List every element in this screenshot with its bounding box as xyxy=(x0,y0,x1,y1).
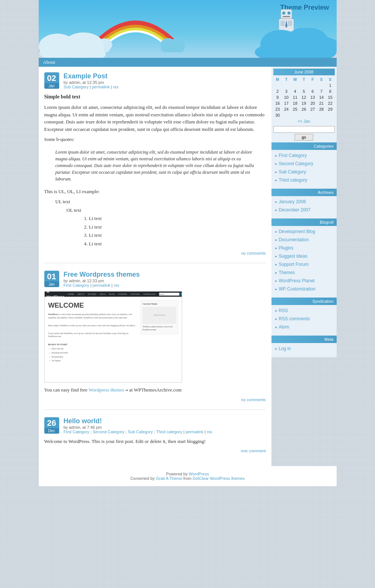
blogroll-plugins[interactable]: Plugins xyxy=(279,245,293,251)
list-item: Li text xyxy=(89,223,266,231)
post-cat-3d[interactable]: Third category xyxy=(156,430,182,434)
blogroll-dev[interactable]: Development Blog xyxy=(279,229,315,234)
post-header-2: Free Wordpress themes by admin, at 12:33… xyxy=(64,271,140,287)
bullet-icon: • xyxy=(275,278,277,284)
archive-link-jan[interactable]: January 2008 xyxy=(279,199,306,204)
list-item: • Third category xyxy=(275,177,333,184)
blogroll-wp-planet[interactable]: WordPress Planet xyxy=(279,278,315,283)
site-header: Theme Preview xyxy=(39,0,337,58)
bullet-icon: • xyxy=(275,169,277,176)
post-blockquote-1: Lorem ipsum dolor sit amet, consectetur … xyxy=(52,147,258,184)
list-item: • December 2007 xyxy=(275,207,333,214)
post-cat-3b[interactable]: Second Category xyxy=(93,430,124,434)
footer-converted: Converted by Grab A Theme from DotClear … xyxy=(44,476,331,481)
post-content-1: Simple bold text Lorem ipsum dolor sit a… xyxy=(44,93,266,247)
bullet-icon: • xyxy=(275,237,277,243)
syndication-rss-comments[interactable]: RSS comments xyxy=(279,316,309,321)
post-cat-link-1[interactable]: Sub Category xyxy=(64,85,89,89)
post-meta-2: by admin, at 12:33 pm First Category | p… xyxy=(64,279,140,287)
post-wp-themes: 01 Jan Free Wordpress themes by admin, a… xyxy=(44,271,266,402)
cal-prev-link[interactable]: << Jan xyxy=(273,118,335,124)
category-link-first[interactable]: First Category xyxy=(279,153,306,158)
svg-rect-6 xyxy=(281,9,292,19)
list-item: • Second Category xyxy=(275,161,333,168)
list-item: • First Category xyxy=(275,153,333,160)
post-day-2: 01 xyxy=(44,271,59,282)
wp-themes-footer-link[interactable]: WordPress themes xyxy=(210,476,245,481)
bullet-icon: • xyxy=(275,346,277,352)
categories-content: • First Category • Second Category • Sub… xyxy=(271,150,337,189)
post-title-2[interactable]: Free Wordpress themes xyxy=(64,271,140,278)
bullet-icon: • xyxy=(275,229,277,235)
post-cat-3a[interactable]: First Category xyxy=(64,430,89,434)
category-link-third[interactable]: Third category xyxy=(279,177,307,183)
list-item: • January 2008 xyxy=(275,199,333,206)
blogroll-suggest[interactable]: Suggest Ideas xyxy=(279,254,307,259)
post-title-3[interactable]: Hello world! xyxy=(64,417,102,425)
post-meta-1: by admin, at 12:35 pm Sub Category | per… xyxy=(64,80,119,89)
post-comments-link-3[interactable]: one comment xyxy=(241,449,266,453)
post-day-3: 26 xyxy=(44,417,59,428)
ul-item: UL text xyxy=(55,198,266,205)
archive-link-dec[interactable]: December 2007 xyxy=(279,207,310,213)
syndication-content: • RSS • RSS comments • Atom xyxy=(271,305,337,336)
meta-content: • Log in xyxy=(271,343,337,357)
main-layout: 02 Jan Example Post by admin, at 12:35 p… xyxy=(39,67,337,466)
post-cat-3c[interactable]: Sub Category xyxy=(128,430,153,434)
list-item: • Atom xyxy=(275,324,333,331)
site-footer: Powered by WordPress Converted by Grab A… xyxy=(39,466,337,486)
dotclear-link[interactable]: DotClear xyxy=(193,476,209,481)
post-permalink-1[interactable]: permalink xyxy=(92,85,110,89)
category-link-second[interactable]: Second Category xyxy=(279,161,313,166)
blogroll-docs[interactable]: Documentation xyxy=(279,237,309,242)
post-comments-link-2[interactable]: no comments xyxy=(241,397,266,402)
post-example: 02 Jan Example Post by admin, at 12:35 p… xyxy=(44,72,266,255)
svg-rect-9 xyxy=(283,16,290,17)
bullet-icon: • xyxy=(275,161,277,167)
svg-rect-12 xyxy=(288,21,292,26)
bullet-icon: • xyxy=(275,286,277,293)
list-item: Li text xyxy=(89,215,266,222)
list-item: • WordPress Planet xyxy=(275,278,333,285)
wordpress-link[interactable]: WordPress xyxy=(189,472,209,476)
grab-theme-link[interactable]: Grab A Theme xyxy=(156,476,182,481)
post-footer-2: no comments xyxy=(44,397,266,402)
post-ul-1: UL text OL text Li text Li text Li text … xyxy=(55,198,266,247)
list-item: • RSS comments xyxy=(275,316,333,323)
syndication-atom[interactable]: Atom xyxy=(279,324,289,330)
svg-point-7 xyxy=(282,12,285,15)
post-divider-2 xyxy=(44,409,266,410)
post-comments-link-1[interactable]: no comments xyxy=(241,251,266,255)
blogroll-wp-custom[interactable]: WP Customization xyxy=(279,286,315,292)
post-permalink-3[interactable]: permalink xyxy=(185,430,203,434)
calendar-search-input[interactable] xyxy=(273,126,335,133)
bullet-icon: • xyxy=(275,207,277,214)
post-rss-2[interactable]: rss xyxy=(114,283,119,287)
list-item: • Suggest Ideas xyxy=(275,254,333,260)
calendar-table: M T W T F S S 1 xyxy=(273,77,335,124)
category-link-sub[interactable]: Sub Category xyxy=(279,169,306,174)
meta-section: Meta • Log in xyxy=(271,336,337,357)
bullet-icon: • xyxy=(275,270,277,276)
svg-point-5 xyxy=(170,38,185,50)
post-title-1[interactable]: Example Post xyxy=(64,72,108,80)
wp-themes-link[interactable]: Wordpress themes xyxy=(89,387,124,393)
bullet-icon: • xyxy=(275,153,277,159)
calendar-title: June 2008 xyxy=(273,69,335,75)
post-cat-link-2[interactable]: First Category xyxy=(64,283,89,287)
wp-themes-text: You can easy find free Wordpress themes … xyxy=(44,386,266,394)
blogroll-themes[interactable]: Themes xyxy=(279,270,295,275)
post-footer-3: one comment xyxy=(44,449,266,453)
blogroll-title: Blogroll xyxy=(271,218,337,226)
post-permalink-2[interactable]: permalink xyxy=(93,283,111,287)
syndication-rss[interactable]: RSS xyxy=(279,308,288,313)
post-rss-3[interactable]: rss xyxy=(207,430,212,434)
meta-login[interactable]: Log in xyxy=(279,346,291,351)
list-item: • Themes xyxy=(275,270,333,277)
post-month-3: Dec xyxy=(44,428,59,434)
cal-row: 30 xyxy=(273,112,335,118)
post-month-2: Jan xyxy=(44,282,59,287)
blogroll-support[interactable]: Support Forum xyxy=(279,262,308,267)
post-rss-1[interactable]: rss xyxy=(113,85,118,89)
calendar-go-button[interactable]: go xyxy=(295,134,313,141)
